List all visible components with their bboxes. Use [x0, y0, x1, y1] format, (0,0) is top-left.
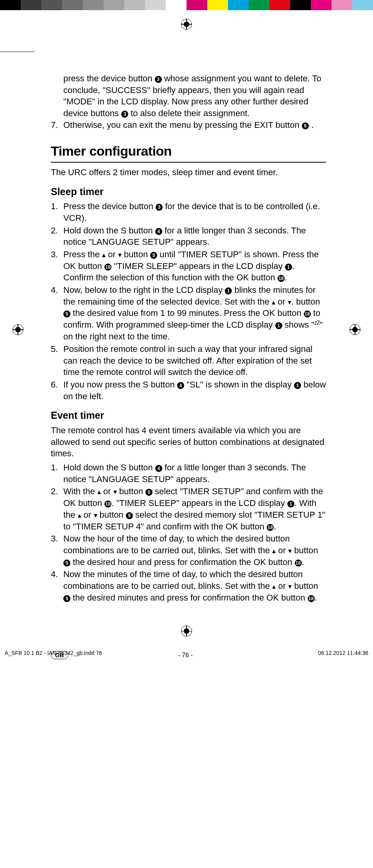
ref-badge: 18 [104, 500, 111, 508]
color-swatch [186, 0, 207, 10]
registration-mark-icon [350, 324, 360, 335]
ref-badge: 5 [145, 489, 152, 496]
body-text: Now the minutes of the time of day, to w… [63, 569, 303, 591]
registration-mark-icon [13, 324, 23, 335]
list-number: 2. [51, 486, 63, 532]
body-text: to also delete their assignment. [131, 108, 250, 118]
body-text: Otherwise, you can exit the menu by pres… [63, 120, 302, 130]
color-swatch [145, 0, 166, 10]
list-text: Hold down the S button 4 for a little lo… [63, 225, 326, 248]
ref-badge: 4 [155, 465, 162, 472]
body-text: Now the hour of the time of day, to whic… [63, 534, 290, 555]
color-swatch [83, 0, 104, 10]
list-item: 4.Now the minutes of the time of day, to… [51, 569, 326, 603]
list-item: 3.Now the hour of the time of day, to wh… [51, 533, 326, 568]
registration-mark-icon [181, 626, 192, 637]
page-content: press the device button 3 whose assignme… [0, 10, 373, 639]
body-text: button [122, 249, 150, 259]
imprint-slug: A_SFB 10.1 B2 - IAN-86342_gb.indd 76 06.… [0, 650, 373, 656]
list-text: Position the remote control in such a wa… [63, 343, 326, 378]
ref-badge: 1 [275, 322, 282, 329]
ref-badge: 1 [287, 500, 294, 508]
continued-paragraph: press the device button 3 whose assignme… [51, 73, 326, 119]
body-text: . [315, 593, 317, 603]
arrow-up-icon [102, 249, 106, 259]
body-text: . [285, 273, 287, 282]
list-text: Hold down the S button 4 for a little lo… [63, 462, 326, 485]
body-text: . "TIMER SLEEP" appears in the LCD displ… [111, 498, 287, 508]
body-text: Hold down the S button [63, 463, 155, 472]
list-item: 6.If you now press the S button 4 "SL" i… [51, 379, 326, 402]
intro-text: The remote control has 4 event timers av… [51, 425, 326, 459]
list-number: 1. [51, 201, 63, 224]
list-item: 1.Press the device button 3 for the devi… [51, 201, 326, 224]
body-text: . [274, 522, 276, 531]
color-swatch [290, 0, 311, 10]
body-text: button [292, 545, 318, 555]
body-text: or [275, 297, 288, 307]
ref-badge: 1 [294, 382, 301, 389]
list-item: 7. Otherwise, you can exit the menu by p… [51, 119, 326, 131]
crop-mark [0, 52, 34, 52]
subsection-heading: Event timer [51, 409, 326, 422]
body-text: button [117, 486, 145, 496]
color-swatch [166, 0, 186, 10]
body-text: or [106, 249, 118, 259]
registration-mark-icon [181, 19, 192, 30]
ref-badge: 4 [155, 228, 162, 235]
list-text: Now the minutes of the time of day, to w… [63, 569, 326, 603]
ref-badge: 1 [225, 287, 232, 294]
color-swatch [249, 0, 269, 10]
body-text: button [292, 581, 318, 591]
section-heading: Timer configuration [51, 142, 326, 160]
list-item: 2.With the or button 5 select "TIMER SET… [51, 486, 326, 532]
zz-superscript: zZ [314, 319, 320, 326]
arrow-up-icon [78, 510, 81, 520]
file-slug-right: 06.12.2012 11:44:36 [318, 650, 368, 656]
subsection-heading: Sleep timer [51, 185, 326, 199]
arrow-down-icon [288, 545, 292, 555]
list-text: Now, below to the right in the LCD displ… [63, 284, 326, 343]
list-item: 3.Press the or button 5 until "TIMER SET… [51, 249, 326, 283]
color-swatch [228, 0, 249, 10]
list-number: 4. [51, 284, 63, 343]
body-text: "SL" is shown in the display [184, 380, 294, 389]
ref-badge: 18 [104, 264, 111, 271]
body-text: press the device button [63, 74, 155, 83]
ref-badge: 18 [308, 595, 315, 602]
ref-badge: 18 [278, 275, 285, 282]
body-text: button [97, 510, 126, 520]
list-number: 7. [51, 119, 63, 131]
list-text: Now the hour of the time of day, to whic… [63, 533, 326, 568]
divider [51, 162, 326, 163]
list-number: 5. [51, 343, 63, 378]
color-swatch [332, 0, 352, 10]
list-number: 6. [51, 379, 63, 402]
arrow-down-icon [288, 581, 292, 591]
color-swatch [311, 0, 332, 10]
ref-badge: 5 [63, 310, 70, 317]
ref-badge: 3 [156, 204, 163, 211]
list-item: 5.Position the remote control in such a … [51, 343, 326, 378]
color-swatch [0, 0, 21, 10]
ref-badge: 6 [302, 122, 309, 129]
body-text: Now, below to the right in the LCD displ… [63, 285, 225, 295]
ref-badge: 1 [285, 264, 292, 271]
ref-badge: 3 [155, 76, 162, 83]
list-number: 3. [51, 533, 63, 568]
event-timer-list: 1.Hold down the S button 4 for a little … [51, 462, 326, 603]
body-text: With the [63, 486, 97, 496]
body-text: or [101, 486, 113, 496]
sleep-timer-list: 1.Press the device button 3 for the devi… [51, 201, 326, 402]
color-swatch [62, 0, 83, 10]
file-slug-left: A_SFB 10.1 B2 - IAN-86342_gb.indd 76 [5, 650, 102, 656]
body-text: Hold down the S button [63, 226, 155, 235]
list-item: 1.Hold down the S button 4 for a little … [51, 462, 326, 485]
ref-badge: 3 [121, 111, 128, 118]
ref-badge: 5 [150, 252, 157, 259]
print-color-bar [0, 0, 373, 10]
list-text: If you now press the S button 4 "SL" is … [63, 379, 326, 402]
body-text: . [302, 557, 304, 567]
color-swatch [207, 0, 228, 10]
ref-badge: 4 [177, 382, 184, 389]
